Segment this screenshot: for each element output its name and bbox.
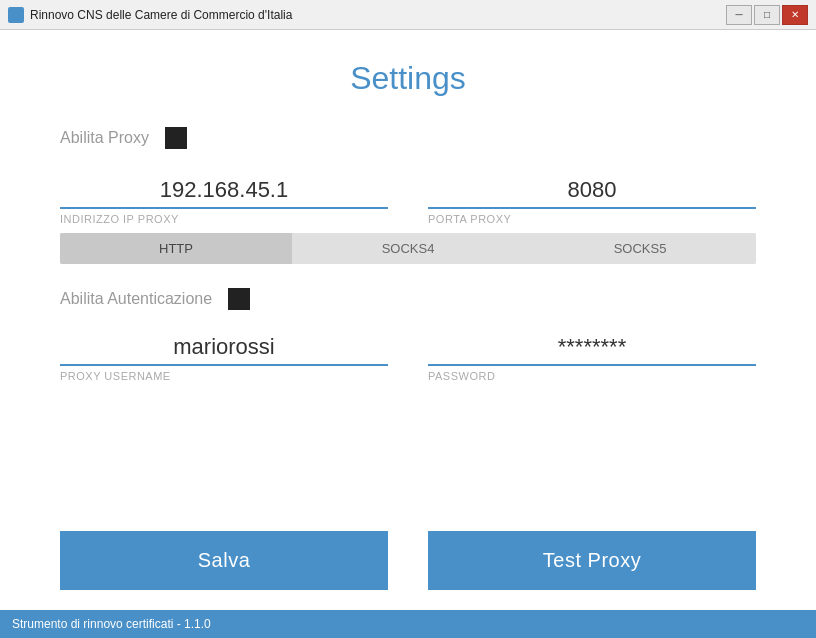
- proxy-port-input[interactable]: [428, 173, 756, 209]
- ip-field-group: INDIRIZZO IP PROXY: [60, 173, 388, 225]
- enable-proxy-row: Abilita Proxy: [60, 127, 756, 149]
- proxy-username-label: PROXY USERNAME: [60, 370, 388, 382]
- test-proxy-button[interactable]: Test Proxy: [428, 531, 756, 590]
- status-text: Strumento di rinnovo certificati - 1.1.0: [12, 617, 211, 631]
- enable-auth-checkbox[interactable]: [228, 288, 250, 310]
- enable-proxy-checkbox[interactable]: [165, 127, 187, 149]
- ip-port-row: INDIRIZZO IP PROXY PORTA PROXY: [60, 173, 756, 225]
- title-bar: Rinnovo CNS delle Camere di Commercio d'…: [0, 0, 816, 30]
- close-button[interactable]: ✕: [782, 5, 808, 25]
- tab-socks4[interactable]: SOCKS4: [292, 233, 524, 264]
- proxy-password-label: PASSWORD: [428, 370, 756, 382]
- page-title: Settings: [60, 60, 756, 97]
- tab-http[interactable]: HTTP: [60, 233, 292, 264]
- tab-socks5[interactable]: SOCKS5: [524, 233, 756, 264]
- proxy-ip-label: INDIRIZZO IP PROXY: [60, 213, 388, 225]
- maximize-button[interactable]: □: [754, 5, 780, 25]
- proxy-port-label: PORTA PROXY: [428, 213, 756, 225]
- status-bar: Strumento di rinnovo certificati - 1.1.0: [0, 610, 816, 638]
- password-field-group: PASSWORD: [428, 330, 756, 382]
- main-content: Settings Abilita Proxy INDIRIZZO IP PROX…: [0, 30, 816, 610]
- minimize-button[interactable]: ─: [726, 5, 752, 25]
- username-field-group: PROXY USERNAME: [60, 330, 388, 382]
- title-bar-text: Rinnovo CNS delle Camere di Commercio d'…: [30, 8, 726, 22]
- port-field-group: PORTA PROXY: [428, 173, 756, 225]
- protocol-tabs: HTTP SOCKS4 SOCKS5: [60, 233, 756, 264]
- proxy-username-input[interactable]: [60, 330, 388, 366]
- app-icon: [8, 7, 24, 23]
- buttons-row: Salva Test Proxy: [60, 531, 756, 590]
- enable-auth-row: Abilita Autenticazione: [60, 288, 756, 310]
- enable-auth-label: Abilita Autenticazione: [60, 290, 212, 308]
- enable-proxy-label: Abilita Proxy: [60, 129, 149, 147]
- credentials-row: PROXY USERNAME PASSWORD: [60, 330, 756, 382]
- save-button[interactable]: Salva: [60, 531, 388, 590]
- title-bar-buttons: ─ □ ✕: [726, 5, 808, 25]
- proxy-ip-input[interactable]: [60, 173, 388, 209]
- proxy-password-input[interactable]: [428, 330, 756, 366]
